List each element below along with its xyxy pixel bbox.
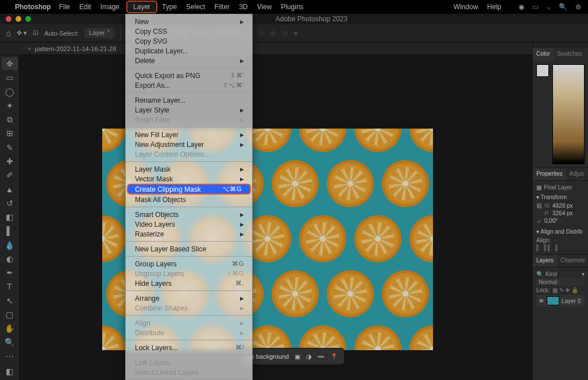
stamp-tool[interactable]: ▲	[2, 183, 18, 195]
menu-layer[interactable]: Layer	[126, 1, 157, 13]
eyedropper-tool[interactable]: ✎	[2, 141, 18, 154]
lasso-tool[interactable]: ◯	[2, 86, 18, 98]
move-tool[interactable]: ✥	[2, 57, 18, 70]
hand-tool[interactable]: ✋	[2, 322, 18, 335]
menu-help[interactable]: Help	[487, 3, 501, 11]
menu-item-export-as[interactable]: Export As...⇧⌥⌘'	[126, 80, 252, 90]
visibility-icon[interactable]: 👁	[539, 298, 544, 304]
menu-type[interactable]: Type	[162, 3, 177, 11]
menu-item-layer-mask[interactable]: Layer Mask▶	[126, 164, 252, 174]
adjust-icon[interactable]: ◑	[306, 353, 312, 360]
history-brush-tool[interactable]: ↺	[2, 197, 18, 210]
eraser-tool[interactable]: ◧	[2, 211, 18, 223]
gradient-tool[interactable]: ▌	[2, 224, 18, 237]
angle-value[interactable]: 0,00°	[544, 218, 558, 224]
menu-item-lock-layers[interactable]: Lock Layers...⌘/	[126, 343, 252, 352]
layer-row[interactable]: 👁 Layer 0	[536, 295, 585, 307]
type-tool[interactable]: T	[2, 280, 18, 293]
tab-adjustments[interactable]: Adjus	[566, 168, 587, 180]
menu-item-rasterize[interactable]: Rasterize▶	[126, 229, 252, 239]
menu-item-vector-mask[interactable]: Vector Mask▶	[126, 174, 252, 184]
menu-item-smart-objects[interactable]: Smart Objects▶	[126, 210, 252, 219]
tab-properties[interactable]: Properties	[533, 168, 566, 180]
blend-mode[interactable]: Normal	[539, 279, 557, 285]
menu-item-arrange[interactable]: Arrange▶	[126, 293, 252, 303]
menu-item-rename-layer[interactable]: Rename Layer...	[126, 95, 252, 105]
menu-item-delete[interactable]: Delete▶	[126, 56, 252, 65]
contextual-task-bar[interactable]: ve background ▣ ◑ ••• 📍	[241, 348, 345, 365]
height-value[interactable]: 3264 px	[552, 210, 573, 216]
menu-item-copy-svg[interactable]: Copy SVG	[126, 36, 252, 46]
zoom-tool[interactable]: 🔍	[2, 336, 18, 348]
menu-edit[interactable]: Edit	[79, 3, 91, 11]
menu-item-layer-style[interactable]: Layer Style▶	[126, 105, 252, 115]
align-header[interactable]: Align and Distrib	[540, 228, 582, 235]
color-swatch[interactable]: ◧	[2, 364, 18, 379]
menu-view[interactable]: View	[257, 3, 272, 11]
menu-item-duplicate-layer[interactable]: Duplicate Layer...	[126, 46, 252, 56]
align-icons[interactable]: ▌ ▐ ▌ ▐	[536, 245, 558, 251]
marquee-tool[interactable]: ▭	[2, 71, 18, 84]
spotlight-icon[interactable]: 🔍	[559, 3, 567, 11]
shape-tool[interactable]: ▢	[2, 308, 18, 321]
layer-name[interactable]: Layer 0	[562, 298, 581, 304]
document-tab[interactable]: × pattern-2022-11-14-16-21-28	[0, 42, 588, 55]
wifi-icon[interactable]: ⌵	[547, 3, 551, 11]
width-value[interactable]: 4928 px	[552, 203, 573, 209]
frame-tool[interactable]: ⊞	[2, 127, 18, 139]
3d-icons[interactable]: ⊕ ⊙ ⊗ ⊘ ■	[246, 29, 300, 37]
menu-image[interactable]: Image	[100, 3, 119, 11]
menu-item-video-layers[interactable]: Video Layers▶	[126, 219, 252, 229]
menu-item-new[interactable]: New▶	[126, 17, 252, 26]
menu-select[interactable]: Select	[186, 3, 205, 11]
menu-item-copy-css[interactable]: Copy CSS	[126, 26, 252, 36]
menu-item-group-layers[interactable]: Group Layers⌘G	[126, 259, 252, 269]
layer-filter-kind[interactable]: Kind	[546, 271, 557, 277]
foreground-swatch[interactable]	[536, 64, 549, 77]
blur-tool[interactable]: 💧	[2, 238, 18, 251]
close-tab-icon[interactable]: ×	[28, 45, 31, 52]
menu-plugins[interactable]: Plugins	[281, 3, 303, 11]
auto-select-checkbox[interactable]: ☑	[33, 29, 38, 37]
pin-icon[interactable]: 📍	[330, 353, 338, 360]
home-icon[interactable]: ⌂	[6, 28, 11, 38]
menu-file[interactable]: File	[59, 3, 70, 11]
tab-layers[interactable]: Layers	[533, 255, 557, 267]
mask-icon[interactable]: ▣	[295, 353, 300, 360]
brush-tool[interactable]: ✐	[2, 169, 18, 181]
menu-item-new-layer-based-slice[interactable]: New Layer Based Slice	[126, 244, 252, 254]
pen-tool[interactable]: ✒	[2, 266, 18, 279]
battery-icon[interactable]: ▭	[532, 3, 539, 11]
menu-window[interactable]: Window	[454, 3, 478, 11]
control-center-icon[interactable]: ⊚	[575, 3, 581, 11]
menu-filter[interactable]: Filter	[214, 3, 230, 11]
link-wh-icon[interactable]: ⛓	[536, 203, 542, 209]
close-window-button[interactable]	[6, 16, 11, 22]
menu-item-create-clipping-mask[interactable]: Create Clipping Mask⌥⌘G	[127, 184, 251, 195]
menu-item-hide-layers[interactable]: Hide Layers⌘,	[126, 278, 252, 288]
move-tool-icon[interactable]: ✥ ▾	[17, 29, 27, 37]
menu-item-new-adjustment-layer[interactable]: New Adjustment Layer▶	[126, 139, 252, 149]
zoom-window-button[interactable]	[25, 16, 31, 22]
wand-tool[interactable]: ✦	[2, 99, 18, 112]
tab-color[interactable]: Color	[533, 48, 554, 61]
healing-tool[interactable]: ✚	[2, 155, 18, 168]
tab-swatches[interactable]: Swatches	[554, 48, 585, 61]
menu-item-quick-export-as-png[interactable]: Quick Export as PNG⇧⌘'	[126, 71, 252, 80]
menu-item-new-fill-layer[interactable]: New Fill Layer▶	[126, 130, 252, 139]
auto-select-target[interactable]: Layer ˅	[84, 28, 115, 38]
color-ramp[interactable]	[552, 64, 585, 164]
layer-thumbnail[interactable]	[547, 296, 559, 305]
menu-item-mask-all-objects[interactable]: Mask All Objects	[126, 195, 252, 204]
dodge-tool[interactable]: ◐	[2, 253, 18, 265]
minimize-window-button[interactable]	[16, 16, 21, 22]
app-name[interactable]: Photoshop	[15, 3, 51, 11]
more-icon[interactable]: •••	[318, 353, 324, 360]
path-tool[interactable]: ↖	[2, 294, 18, 307]
transform-header[interactable]: Transform	[541, 194, 567, 200]
tab-channels[interactable]: Channels	[557, 255, 588, 267]
menu-3d[interactable]: 3D	[239, 3, 247, 11]
edit-toolbar[interactable]: ⋯	[2, 350, 18, 363]
lock-icons[interactable]: ▦ ✎ ✥ 🔒	[552, 287, 578, 293]
record-icon[interactable]: ◉	[519, 3, 524, 11]
